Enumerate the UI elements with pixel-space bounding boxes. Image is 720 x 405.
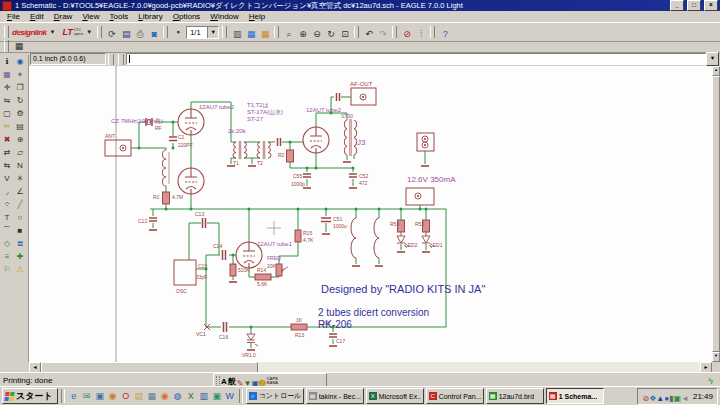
- change-tool-icon[interactable]: ⚙: [14, 108, 26, 120]
- name-tool-icon[interactable]: N: [14, 160, 26, 172]
- designlink-dropdown[interactable]: ▼: [47, 29, 59, 35]
- export-image-icon[interactable]: ◙: [147, 27, 161, 41]
- rect-tool-icon[interactable]: ■: [14, 225, 26, 237]
- menu-options[interactable]: Options: [168, 12, 206, 21]
- ql-media-icon[interactable]: ◉: [107, 390, 119, 403]
- taskbar-button[interactable]: ▦12au7d.brd: [486, 388, 544, 404]
- close-button[interactable]: ×: [704, 0, 718, 11]
- replace-tool-icon[interactable]: ▱: [14, 147, 26, 159]
- maximize-button[interactable]: □: [687, 0, 701, 11]
- menu-draw[interactable]: Draw: [49, 12, 78, 21]
- sheet-list-icon[interactable]: ▪: [171, 25, 185, 39]
- ql-computer-icon[interactable]: ▦: [146, 390, 158, 403]
- ql-firefox-icon[interactable]: ◉: [159, 390, 171, 403]
- menu-window[interactable]: Window: [205, 12, 243, 21]
- ime-caps-kana[interactable]: CAPS KANA: [267, 377, 279, 386]
- redo-icon[interactable]: ↷: [376, 27, 390, 41]
- undo-icon[interactable]: ↶: [362, 27, 376, 41]
- menu-tools[interactable]: Tools: [105, 12, 134, 21]
- ltspice-button[interactable]: LT LTCspice: [63, 27, 84, 37]
- display-layers-icon[interactable]: ▦: [1, 69, 13, 81]
- print-icon[interactable]: ⎙: [133, 27, 147, 41]
- taskbar-button[interactable]: ⌕コントロール...: [246, 388, 304, 404]
- ql-image-icon[interactable]: ▣: [211, 390, 223, 403]
- polygon-tool-icon[interactable]: ◇: [1, 238, 13, 250]
- taskbar-button[interactable]: XMicrosoft Ex...: [366, 388, 424, 404]
- mirror-tool-icon[interactable]: ⇋: [1, 95, 13, 107]
- menu-library[interactable]: Library: [133, 12, 167, 21]
- pinswap-tool-icon[interactable]: ⇄: [1, 147, 13, 159]
- net-tool-icon[interactable]: ≡: [1, 251, 13, 263]
- command-input[interactable]: [126, 53, 706, 65]
- reload-icon[interactable]: ⟳: [105, 27, 119, 41]
- paste-tool-icon[interactable]: ▤: [14, 121, 26, 133]
- ql-desktop-icon[interactable]: ▣: [94, 390, 106, 403]
- save-icon[interactable]: ▤: [119, 27, 133, 41]
- split-tool-icon[interactable]: ∠: [14, 186, 26, 198]
- label-tool-icon[interactable]: ⚐: [1, 264, 13, 276]
- zoom-in-icon[interactable]: ⊕: [296, 27, 310, 41]
- info-tool-icon[interactable]: ℹ: [1, 56, 13, 68]
- ime-conversion-mode[interactable]: 般: [228, 376, 236, 387]
- taskbar-button[interactable]: ▦1 Schema...: [546, 388, 604, 404]
- taskbar-button[interactable]: ▤takinx - Bec...: [306, 388, 364, 404]
- rotate-tool-icon[interactable]: ↻: [14, 95, 26, 107]
- ime-grip[interactable]: [216, 376, 220, 386]
- tray-ok-icon[interactable]: ▣: [673, 394, 681, 403]
- schematic-canvas[interactable]: CZ 7MHz(10mm角)12AU7 tube2T1,T2はST-17A(山水…: [29, 66, 712, 362]
- ql-excel-icon[interactable]: X: [185, 390, 197, 403]
- bus-tool-icon[interactable]: ≣: [14, 238, 26, 250]
- tray-vol-icon[interactable]: ◄: [681, 394, 689, 403]
- board-view-icon[interactable]: ▦: [258, 27, 272, 41]
- value-tool-icon[interactable]: V: [1, 173, 13, 185]
- group-tool-icon[interactable]: ▢: [1, 108, 13, 120]
- scroll-down-icon[interactable]: ▼: [712, 352, 720, 362]
- ltspice-dropdown[interactable]: ▼: [83, 29, 95, 35]
- cut-tool-icon[interactable]: ✂: [1, 121, 13, 133]
- command-history-dropdown[interactable]: ▼: [706, 52, 719, 66]
- scroll-track[interactable]: [258, 362, 700, 372]
- library-icon[interactable]: ▥: [230, 27, 244, 41]
- taskbar-button[interactable]: CControl Pan...: [426, 388, 484, 404]
- ql-word-icon[interactable]: W: [224, 390, 236, 403]
- ime-input-mode[interactable]: A: [221, 377, 227, 386]
- menu-edit[interactable]: Edit: [25, 12, 49, 21]
- zoom-select-icon[interactable]: ⊡: [338, 27, 352, 41]
- ql-chart-icon[interactable]: ▥: [198, 390, 210, 403]
- help-icon[interactable]: ?: [438, 27, 452, 41]
- vertical-scroll-thumb[interactable]: [712, 76, 720, 352]
- ql-folder-icon[interactable]: ▤: [133, 390, 145, 403]
- move-tool-icon[interactable]: ✛: [1, 82, 13, 94]
- ql-mail-icon[interactable]: ✉: [81, 390, 93, 403]
- delete-tool-icon[interactable]: ✖: [1, 134, 13, 146]
- chevron-down-icon[interactable]: ▼: [207, 27, 218, 38]
- zoom-redraw-icon[interactable]: ↻: [324, 27, 338, 41]
- circle-tool-icon[interactable]: ○: [14, 212, 26, 224]
- wire-tool-icon[interactable]: ╱: [14, 199, 26, 211]
- zoom-out-icon[interactable]: ⊖: [310, 27, 324, 41]
- minimize-button[interactable]: _: [670, 0, 684, 11]
- ql-opera-icon[interactable]: O: [120, 390, 132, 403]
- junction-tool-icon[interactable]: ✚: [14, 251, 26, 263]
- menu-file[interactable]: File: [2, 12, 25, 21]
- schematic-view-icon[interactable]: ▦: [244, 27, 258, 41]
- arc-tool-icon[interactable]: ⌒: [1, 225, 13, 237]
- menu-help[interactable]: Help: [244, 12, 270, 21]
- menu-view[interactable]: View: [77, 12, 104, 21]
- zoom-fit-icon[interactable]: ⌕: [282, 27, 296, 41]
- scroll-up-icon[interactable]: ▲: [712, 66, 720, 76]
- traffic-light-icon[interactable]: ⁞: [414, 27, 428, 41]
- grid-icon[interactable]: ▦: [12, 39, 26, 53]
- add-part-icon[interactable]: ⊕: [14, 134, 26, 146]
- sheet-selector[interactable]: 1/1 ▼: [186, 26, 219, 39]
- gateswap-tool-icon[interactable]: ⇆: [1, 160, 13, 172]
- copy-tool-icon[interactable]: ❐: [14, 82, 26, 94]
- start-button[interactable]: スタート: [2, 388, 58, 404]
- text-tool-icon[interactable]: T: [1, 212, 13, 224]
- show-tool-icon[interactable]: ◉: [14, 56, 26, 68]
- horizontal-scrollbar[interactable]: ◄ ►: [29, 362, 712, 372]
- invoke-tool-icon[interactable]: ⁘: [1, 199, 13, 211]
- erc-errors-icon[interactable]: ⚠: [14, 264, 26, 276]
- ql-ie-icon[interactable]: e: [68, 390, 80, 403]
- vertical-scrollbar[interactable]: ▲ ▼: [712, 66, 720, 362]
